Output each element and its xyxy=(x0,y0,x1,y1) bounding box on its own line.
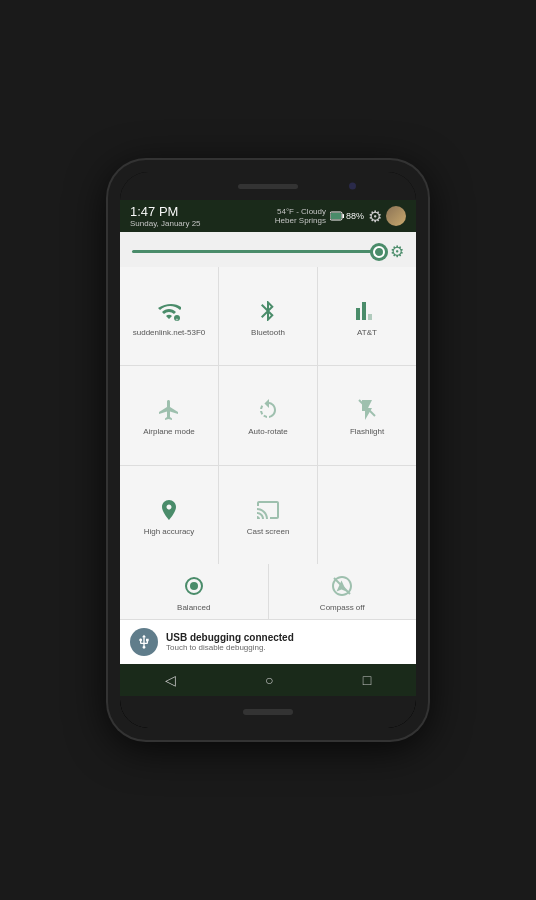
status-right: 54°F - Cloudy Heber Springs 88% ⚙ xyxy=(275,206,406,226)
airplane-icon xyxy=(155,396,183,424)
flashlight-label: Flashlight xyxy=(350,427,384,437)
autorotate-label: Auto-rotate xyxy=(248,427,288,437)
tile-autorotate[interactable]: Auto-rotate xyxy=(219,366,317,464)
tile-balanced[interactable]: Balanced xyxy=(120,564,268,619)
wifi-label: suddenlink.net-53F0 xyxy=(133,328,206,338)
quick-settings-panel: ⚙ + suddenlink.net-53F0 xyxy=(120,232,416,664)
autorotate-icon xyxy=(254,396,282,424)
tile-airplane[interactable]: Airplane mode xyxy=(120,366,218,464)
camera xyxy=(349,183,356,190)
notif-subtitle: Touch to disable debugging. xyxy=(166,643,406,652)
back-button[interactable]: ◁ xyxy=(155,668,186,692)
cast-label: Cast screen xyxy=(247,527,290,537)
signal-icon xyxy=(353,297,381,325)
brightness-row[interactable]: ⚙ xyxy=(120,232,416,267)
svg-point-7 xyxy=(190,582,198,590)
bottom-tiles: Balanced Compass off xyxy=(120,564,416,619)
screen-content: 1:47 PM Sunday, January 25 54°F - Cloudy… xyxy=(120,200,416,696)
weather-temp: 54°F - Cloudy xyxy=(275,207,326,216)
home-button[interactable]: ○ xyxy=(255,668,283,692)
phone-top-bar xyxy=(120,172,416,200)
flashlight-icon xyxy=(353,396,381,424)
tile-empty xyxy=(318,466,416,564)
usb-icon xyxy=(130,628,158,656)
wifi-icon: + xyxy=(155,297,183,325)
location-icon xyxy=(155,496,183,524)
battery-percent: 88% xyxy=(346,211,364,221)
notif-title: USB debugging connected xyxy=(166,632,406,643)
airplane-label: Airplane mode xyxy=(143,427,195,437)
tile-bluetooth[interactable]: Bluetooth xyxy=(219,267,317,365)
tile-cast[interactable]: Cast screen xyxy=(219,466,317,564)
tile-location[interactable]: High accuracy xyxy=(120,466,218,564)
svg-text:+: + xyxy=(176,316,179,322)
notification-bar[interactable]: USB debugging connected Touch to disable… xyxy=(120,619,416,664)
brightness-thumb[interactable] xyxy=(370,243,388,261)
location-label: High accuracy xyxy=(144,527,195,537)
battery-icon: 88% xyxy=(330,211,364,221)
tile-wifi[interactable]: + suddenlink.net-53F0 xyxy=(120,267,218,365)
speaker xyxy=(238,184,298,189)
cast-icon xyxy=(254,496,282,524)
tile-flashlight[interactable]: Flashlight xyxy=(318,366,416,464)
phone-device: 1:47 PM Sunday, January 25 54°F - Cloudy… xyxy=(108,160,428,740)
phone-screen: 1:47 PM Sunday, January 25 54°F - Cloudy… xyxy=(120,172,416,728)
battery-svg xyxy=(330,211,344,221)
time-date-block: 1:47 PM Sunday, January 25 xyxy=(130,204,201,228)
gear-icon[interactable]: ⚙ xyxy=(390,242,404,261)
date-display: Sunday, January 25 xyxy=(130,219,201,228)
svg-line-8 xyxy=(334,578,350,594)
svg-rect-1 xyxy=(342,214,344,218)
nav-bar: ◁ ○ □ xyxy=(120,664,416,696)
balanced-label: Balanced xyxy=(177,603,210,613)
brightness-slider[interactable] xyxy=(132,250,384,253)
quick-tiles-grid: + suddenlink.net-53F0 Bluetooth xyxy=(120,267,416,564)
phone-home-indicator xyxy=(243,709,293,715)
status-bar: 1:47 PM Sunday, January 25 54°F - Cloudy… xyxy=(120,200,416,232)
phone-bottom-bar xyxy=(120,696,416,728)
balanced-icon xyxy=(180,572,208,600)
bluetooth-label: Bluetooth xyxy=(251,328,285,338)
tile-att[interactable]: AT&T xyxy=(318,267,416,365)
weather-location: Heber Springs xyxy=(275,216,326,225)
notification-text: USB debugging connected Touch to disable… xyxy=(166,632,406,652)
recents-button[interactable]: □ xyxy=(353,668,381,692)
clock: 1:47 PM xyxy=(130,204,201,219)
compass-label: Compass off xyxy=(320,603,365,613)
bluetooth-icon xyxy=(254,297,282,325)
user-avatar[interactable] xyxy=(386,206,406,226)
tile-compass[interactable]: Compass off xyxy=(269,564,417,619)
compass-icon xyxy=(328,572,356,600)
settings-icon[interactable]: ⚙ xyxy=(368,207,382,226)
att-label: AT&T xyxy=(357,328,377,338)
svg-rect-2 xyxy=(331,213,341,219)
